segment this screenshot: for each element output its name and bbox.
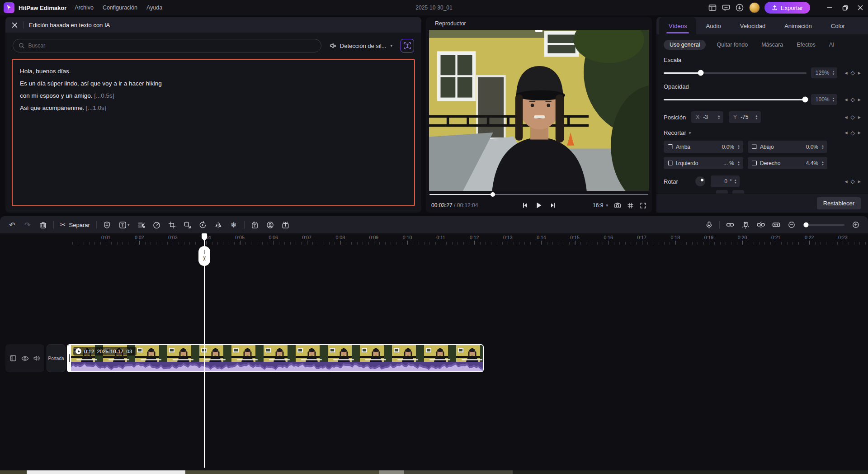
- rotate-keyframe-nav[interactable]: ◀◇▶: [844, 178, 861, 185]
- keyframe-prev-icon[interactable]: ◀: [844, 98, 847, 102]
- video-clip[interactable]: 0:12 2025-10-17_03: [67, 344, 484, 372]
- stepper-down-icon[interactable]: ▼: [737, 147, 740, 150]
- fit-timeline-icon[interactable]: [769, 218, 784, 232]
- crop-top-input[interactable]: Arriba 0.0% ▲▼: [664, 141, 743, 153]
- stepper[interactable]: ▲▼: [717, 114, 720, 120]
- position-keyframe-nav[interactable]: ◀◇▶: [844, 114, 861, 120]
- keyframe-add-icon[interactable]: ◇: [851, 114, 855, 120]
- zoom-in-icon[interactable]: [848, 218, 863, 232]
- transcript-line[interactable]: Hola, buenos días.: [20, 65, 407, 77]
- timeline-ruler[interactable]: 0:010:020:030:040:050:060:070:080:090:10…: [0, 233, 868, 245]
- track-audio-icon[interactable]: [33, 355, 40, 362]
- keyframe-next-icon[interactable]: ▶: [858, 131, 861, 135]
- keyframe-prev-icon[interactable]: ◀: [844, 71, 847, 75]
- delete-icon[interactable]: [35, 218, 51, 232]
- transcript-line[interactable]: Así que acompáñenme. [...1.0s]: [20, 102, 407, 114]
- scale-slider[interactable]: [664, 72, 807, 74]
- stepper-down-icon[interactable]: ▼: [755, 117, 758, 120]
- feedback-icon[interactable]: [719, 1, 733, 14]
- redo-icon[interactable]: ↷: [20, 218, 35, 232]
- flip-horizontal-button[interactable]: [716, 190, 728, 194]
- aspect-ratio-dropdown[interactable]: 16:9▾: [593, 202, 608, 209]
- voiceover-mic-icon[interactable]: [701, 218, 717, 232]
- grid-icon[interactable]: [627, 202, 634, 209]
- keyframe-add-icon[interactable]: ◇: [851, 178, 855, 185]
- speed-icon[interactable]: [149, 218, 165, 232]
- keyframe-add-icon[interactable]: ◇: [851, 130, 855, 136]
- opacity-keyframe-nav[interactable]: ◀◇▶: [844, 96, 861, 103]
- stepper-down-icon[interactable]: ▼: [717, 117, 720, 120]
- progress-knob[interactable]: [491, 192, 495, 197]
- download-icon[interactable]: [733, 1, 746, 14]
- keyframe-next-icon[interactable]: ▶: [858, 180, 861, 184]
- reset-button[interactable]: Restablecer: [817, 197, 861, 209]
- marker-badge-icon[interactable]: [99, 218, 115, 232]
- text-tool-icon[interactable]: ▾: [115, 218, 134, 232]
- stepper[interactable]: ▲▼: [755, 114, 758, 120]
- tab-audio[interactable]: Audio: [696, 17, 730, 34]
- zoom-slider-knob[interactable]: [804, 223, 809, 228]
- previous-frame-icon[interactable]: [522, 202, 528, 209]
- play-icon[interactable]: [535, 202, 542, 209]
- export-frame-icon[interactable]: [278, 218, 293, 232]
- stepper-down-icon[interactable]: ▼: [737, 163, 740, 166]
- transform-icon[interactable]: [180, 218, 195, 232]
- progress-track[interactable]: [429, 194, 648, 195]
- fullscreen-icon[interactable]: [640, 202, 646, 209]
- rotate-value-input[interactable]: 0 ° ▲▼: [711, 175, 740, 187]
- crop-icon[interactable]: [165, 218, 180, 232]
- subtab-ai[interactable]: AI: [826, 40, 837, 50]
- close-panel-icon[interactable]: [12, 22, 18, 28]
- slider-knob[interactable]: [802, 97, 808, 103]
- minimize-icon[interactable]: [822, 0, 837, 15]
- video-viewport[interactable]: [429, 30, 649, 191]
- crop-left-input[interactable]: Izquierdo ... % ▲▼: [664, 157, 743, 169]
- crop-right-input[interactable]: Derecho 4.4% ▲▼: [748, 157, 827, 169]
- clip-trim-handle-left[interactable]: [68, 345, 71, 371]
- link-icon[interactable]: [722, 218, 738, 232]
- tab-animacion[interactable]: Animación: [775, 17, 821, 34]
- stepper-down-icon[interactable]: ▼: [821, 147, 824, 150]
- stepper[interactable]: ▲▼: [737, 144, 740, 150]
- magnet-icon[interactable]: [738, 218, 753, 232]
- subtab-uso-general[interactable]: Uso general: [664, 40, 706, 50]
- timeline[interactable]: 0:010:020:030:040:050:060:070:080:090:10…: [0, 233, 868, 470]
- stepper-down-icon[interactable]: ▼: [734, 181, 737, 184]
- stepper-down-icon[interactable]: ▼: [832, 73, 835, 76]
- crop-bottom-input[interactable]: Abajo 0.0% ▲▼: [748, 141, 827, 153]
- workspace-layout-icon[interactable]: [706, 1, 719, 14]
- zoom-out-icon[interactable]: [784, 218, 799, 232]
- subtab-quitar-fondo[interactable]: Quitar fondo: [714, 40, 750, 50]
- next-frame-icon[interactable]: [550, 202, 556, 209]
- player-progress[interactable]: [426, 191, 652, 198]
- timeline-zoom-slider[interactable]: [803, 224, 844, 226]
- transcript-area[interactable]: Hola, buenos días. Es un día súper lindo…: [12, 59, 415, 206]
- keyframe-add-icon[interactable]: ◇: [851, 70, 855, 76]
- text-extract-icon[interactable]: [247, 218, 263, 232]
- stepper-down-icon[interactable]: ▼: [832, 100, 835, 102]
- opacity-slider[interactable]: [664, 99, 807, 100]
- chevron-down-icon[interactable]: ▾: [689, 131, 691, 135]
- crop-keyframe-nav[interactable]: ◀◇▶: [844, 130, 861, 136]
- keyframe-prev-icon[interactable]: ◀: [844, 180, 847, 184]
- opacity-value[interactable]: 100% ▲▼: [811, 94, 838, 105]
- split-button[interactable]: ✂ Separar: [57, 221, 94, 229]
- close-icon[interactable]: [853, 0, 868, 15]
- keyframe-next-icon[interactable]: ▶: [858, 71, 861, 75]
- flip-vertical-button[interactable]: [732, 190, 744, 194]
- undo-icon[interactable]: ↶: [5, 218, 20, 232]
- export-button[interactable]: Exportar: [764, 2, 810, 14]
- reverse-icon[interactable]: [195, 218, 211, 232]
- menu-ayuda[interactable]: Ayuda: [146, 5, 162, 11]
- snapshot-icon[interactable]: [614, 202, 621, 209]
- keyframe-next-icon[interactable]: ▶: [858, 115, 861, 119]
- transcript-line[interactable]: Es un día súper lindo, así que voy a ir …: [20, 77, 407, 90]
- face-sticker-icon[interactable]: [263, 218, 278, 232]
- keyframe-prev-icon[interactable]: ◀: [844, 115, 847, 119]
- menu-archivo[interactable]: Archivo: [75, 5, 94, 11]
- stepper[interactable]: ▲▼: [737, 161, 740, 166]
- tab-velocidad[interactable]: Velocidad: [731, 17, 775, 34]
- unlink-icon[interactable]: [753, 218, 769, 232]
- trim-icon[interactable]: [134, 218, 149, 232]
- mirror-icon[interactable]: [211, 218, 226, 232]
